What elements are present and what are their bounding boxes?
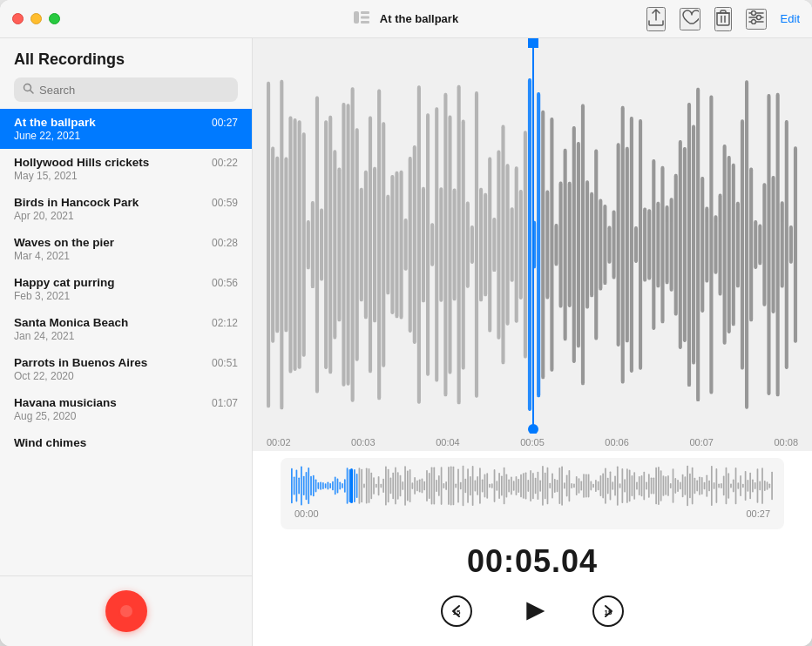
svg-rect-86: [568, 182, 572, 307]
svg-rect-133: [776, 93, 780, 397]
svg-rect-282: [639, 476, 640, 495]
svg-rect-246: [551, 474, 553, 499]
svg-rect-213: [472, 466, 474, 506]
mini-time-start: 00:00: [294, 508, 319, 519]
svg-rect-167: [361, 469, 362, 503]
close-button[interactable]: [12, 13, 24, 24]
recording-item[interactable]: Birds in Hancock Park 00:59 Apr 20, 2021: [0, 189, 252, 229]
maximize-button[interactable]: [49, 13, 60, 24]
svg-rect-250: [561, 466, 563, 505]
svg-rect-330: [754, 482, 756, 489]
time-label: 00:04: [436, 437, 460, 447]
edit-button[interactable]: Edit: [781, 12, 800, 25]
svg-rect-320: [730, 484, 732, 488]
recording-item[interactable]: Wind chimes: [0, 429, 252, 457]
svg-rect-154: [329, 483, 331, 488]
svg-rect-18: [267, 82, 270, 408]
search-icon: [23, 83, 34, 97]
skip-forward-button[interactable]: 15: [592, 595, 625, 628]
main-waveform[interactable]: [267, 56, 798, 434]
delete-button[interactable]: [714, 7, 732, 31]
recording-name: Happy cat purring: [14, 276, 115, 289]
skip-back-button[interactable]: 15: [440, 595, 473, 628]
svg-rect-0: [354, 11, 359, 24]
svg-rect-117: [705, 206, 708, 282]
svg-rect-43: [377, 90, 381, 400]
share-button[interactable]: [646, 7, 666, 31]
recording-duration: 00:28: [212, 237, 238, 249]
mini-waveform-svg[interactable]: [291, 465, 774, 507]
playhead-top-handle[interactable]: [528, 38, 538, 48]
svg-rect-1: [361, 11, 369, 14]
svg-rect-147: [313, 475, 315, 496]
svg-rect-228: [508, 480, 510, 493]
sidebar-toggle-icon[interactable]: [354, 11, 369, 27]
svg-rect-237: [530, 470, 531, 501]
play-button[interactable]: [515, 594, 550, 629]
recording-name: Santa Monica Beach: [14, 316, 128, 329]
svg-rect-315: [718, 484, 720, 488]
mini-waveform-container[interactable]: 00:00 00:27: [281, 458, 784, 529]
svg-rect-248: [557, 480, 558, 492]
svg-rect-44: [382, 122, 385, 367]
svg-rect-281: [636, 481, 638, 489]
recording-item[interactable]: Havana musicians 01:07 Aug 25, 2020: [0, 389, 252, 429]
svg-rect-114: [692, 124, 695, 364]
recordings-list: At the ballpark 00:27 June 22, 2021 Holl…: [0, 109, 252, 575]
svg-rect-131: [767, 94, 770, 395]
svg-rect-261: [588, 474, 590, 498]
svg-rect-78: [532, 221, 536, 269]
svg-rect-252: [566, 475, 568, 497]
mini-waveform[interactable]: [281, 465, 784, 507]
record-button[interactable]: [105, 590, 147, 632]
svg-rect-62: [462, 119, 465, 369]
search-bar[interactable]: [14, 77, 238, 102]
waveform-main[interactable]: [253, 38, 812, 434]
recording-item[interactable]: Happy cat purring 00:56 Feb 3, 2021: [0, 269, 252, 309]
svg-rect-89: [581, 104, 585, 386]
recording-item[interactable]: Parrots in Buenos Aires 00:51 Oct 22, 20…: [0, 349, 252, 389]
svg-rect-253: [569, 470, 571, 501]
svg-rect-292: [663, 475, 665, 496]
favorite-button[interactable]: [680, 8, 700, 30]
svg-rect-23: [288, 116, 292, 373]
recording-item[interactable]: Santa Monica Beach 02:12 Jan 24, 2021: [0, 309, 252, 349]
svg-rect-255: [573, 484, 575, 488]
svg-rect-259: [583, 474, 585, 498]
svg-rect-210: [464, 479, 466, 494]
recording-item[interactable]: Hollywood Hills crickets 00:22 May 15, 2…: [0, 149, 252, 189]
time-label: 00:08: [774, 437, 798, 447]
svg-rect-36: [347, 104, 350, 386]
svg-rect-279: [632, 475, 633, 496]
svg-rect-173: [376, 484, 377, 488]
svg-text:15: 15: [453, 609, 461, 616]
svg-rect-176: [382, 479, 384, 493]
recording-duration: 00:56: [212, 277, 238, 289]
recording-item[interactable]: At the ballpark 00:27 June 22, 2021: [0, 109, 252, 149]
minimize-button[interactable]: [30, 13, 42, 24]
svg-rect-79: [537, 92, 540, 397]
time-label: 00:07: [689, 437, 714, 447]
svg-rect-265: [598, 481, 599, 490]
svg-rect-189: [414, 477, 416, 495]
svg-rect-312: [711, 466, 713, 506]
svg-rect-231: [516, 476, 518, 495]
svg-rect-20: [275, 157, 279, 333]
svg-rect-46: [390, 175, 394, 314]
svg-rect-35: [342, 103, 345, 387]
svg-rect-83: [554, 224, 558, 266]
svg-rect-225: [501, 475, 503, 495]
recording-item[interactable]: Waves on the pier 00:28 Mar 4, 2021: [0, 229, 252, 269]
svg-rect-179: [390, 478, 392, 495]
settings-button[interactable]: [746, 9, 767, 30]
svg-rect-227: [506, 474, 508, 497]
svg-rect-249: [558, 468, 560, 504]
svg-rect-313: [714, 482, 715, 489]
svg-rect-274: [619, 483, 621, 488]
svg-rect-88: [577, 142, 580, 347]
svg-rect-115: [696, 88, 700, 401]
search-input[interactable]: [39, 84, 229, 97]
svg-rect-198: [436, 480, 437, 492]
svg-rect-298: [677, 480, 679, 492]
svg-rect-77: [528, 78, 531, 411]
